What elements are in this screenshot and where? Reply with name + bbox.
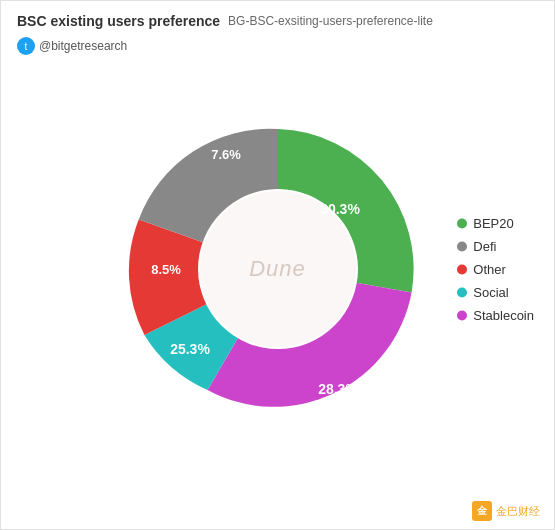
- legend-label-bep20: BEP20: [473, 216, 513, 231]
- legend-label-defi: Defi: [473, 239, 496, 254]
- donut-svg: 30.3% 28.3% 25.3% 8.5% 7.6%: [108, 99, 448, 439]
- twitter-icon: t: [17, 37, 35, 55]
- chart-area: 30.3% 28.3% 25.3% 8.5% 7.6% Dune BEP20 D…: [1, 59, 554, 479]
- donut-chart: 30.3% 28.3% 25.3% 8.5% 7.6% Dune: [108, 99, 448, 439]
- legend-item-social: Social: [457, 285, 534, 300]
- legend-item-bep20: BEP20: [457, 216, 534, 231]
- legend-dot-other: [457, 264, 467, 274]
- label-bep20: 30.3%: [320, 201, 360, 217]
- label-other: 8.5%: [151, 262, 181, 277]
- main-container: BSC existing users preference BG-BSC-exs…: [0, 0, 555, 530]
- legend-item-other: Other: [457, 262, 534, 277]
- label-social: 25.3%: [170, 341, 210, 357]
- watermark-icon: 金: [472, 501, 492, 521]
- legend-dot-stablecoin: [457, 310, 467, 320]
- chart-subtitle: BG-BSC-exsiting-users-preference-lite: [228, 14, 433, 28]
- legend-dot-defi: [457, 241, 467, 251]
- legend-dot-bep20: [457, 218, 467, 228]
- chart-title: BSC existing users preference: [17, 13, 220, 29]
- chart-legend: BEP20 Defi Other Social Stablecoin: [457, 216, 534, 323]
- legend-label-other: Other: [473, 262, 506, 277]
- legend-label-social: Social: [473, 285, 508, 300]
- bottom-watermark: 金 金巴财经: [472, 501, 540, 521]
- legend-dot-social: [457, 287, 467, 297]
- legend-item-stablecoin: Stablecoin: [457, 308, 534, 323]
- label-defi: 7.6%: [211, 147, 241, 162]
- legend-label-stablecoin: Stablecoin: [473, 308, 534, 323]
- header: BSC existing users preference BG-BSC-exs…: [1, 1, 554, 59]
- label-stablecoin: 28.3%: [318, 381, 358, 397]
- twitter-badge: t @bitgetresearch: [17, 37, 127, 55]
- legend-item-defi: Defi: [457, 239, 534, 254]
- twitter-handle: @bitgetresearch: [39, 39, 127, 53]
- watermark-text: 金巴财经: [496, 504, 540, 519]
